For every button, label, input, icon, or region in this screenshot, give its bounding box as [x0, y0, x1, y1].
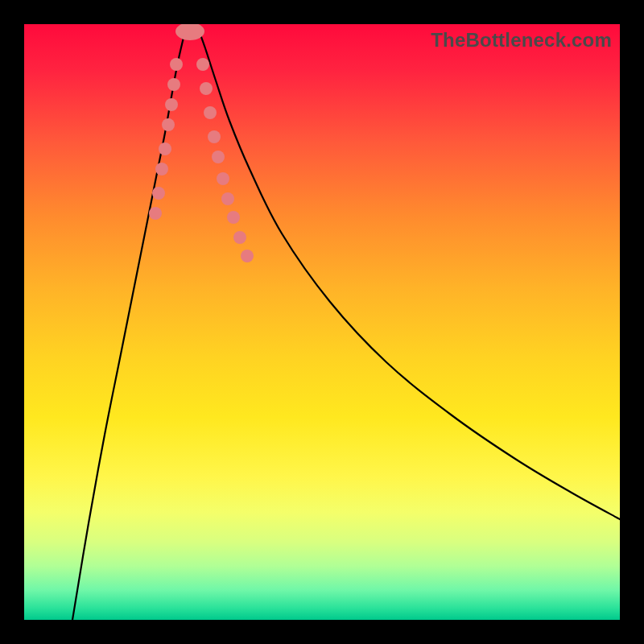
- data-point: [155, 163, 168, 175]
- data-point: [167, 78, 180, 91]
- data-point: [165, 98, 178, 111]
- data-point: [152, 187, 165, 200]
- data-point: [162, 118, 175, 131]
- marker-layer: [24, 24, 620, 620]
- data-point: [170, 58, 183, 71]
- data-point: [196, 58, 209, 71]
- data-point: [221, 192, 234, 205]
- data-point: [212, 151, 225, 163]
- scatter-right: [196, 58, 254, 262]
- data-point: [200, 82, 213, 95]
- data-point: [208, 130, 221, 143]
- data-point: [227, 211, 240, 224]
- data-point: [204, 106, 217, 119]
- plot-area: TheBottleneck.com: [24, 24, 620, 620]
- vertex-blob: [175, 24, 204, 40]
- data-point: [159, 142, 171, 155]
- scatter-left: [149, 58, 183, 220]
- data-point: [217, 172, 229, 185]
- watermark-text: TheBottleneck.com: [431, 29, 612, 52]
- data-point: [149, 207, 162, 220]
- chart-frame: TheBottleneck.com: [0, 0, 644, 644]
- data-point: [241, 250, 254, 262]
- data-point: [233, 231, 246, 244]
